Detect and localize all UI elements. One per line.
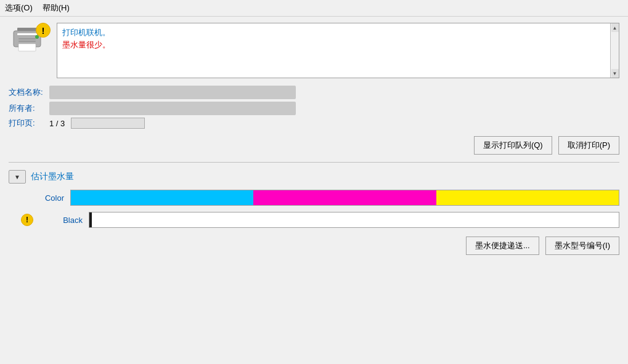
main-container: ! 打印机联机。 墨水量很少。 ▲ ▼ 文档名称: 所有者: 打印页: 1 / … bbox=[0, 17, 628, 261]
ink-title: 估计墨水量 bbox=[31, 171, 74, 182]
svg-rect-2 bbox=[17, 33, 37, 35]
cyan-segment bbox=[71, 190, 253, 205]
status-line2: 墨水量很少。 bbox=[62, 39, 614, 51]
scroll-down-arrow[interactable]: ▼ bbox=[611, 69, 619, 78]
yellow-segment bbox=[436, 190, 619, 205]
page-label: 打印页: bbox=[9, 118, 46, 129]
ink-rows: Color ! Black bbox=[21, 190, 619, 228]
dropdown-icon: ▼ bbox=[14, 174, 20, 180]
color-ink-label: Color bbox=[21, 193, 64, 203]
scroll-up-arrow[interactable]: ▲ bbox=[611, 23, 619, 32]
status-line1: 打印机联机。 bbox=[62, 27, 614, 38]
bottom-buttons-row: 墨水便捷递送... 墨水型号编号(I) bbox=[9, 237, 619, 255]
black-ink-label: Black bbox=[39, 216, 83, 225]
page-row: 打印页: 1 / 3 bbox=[9, 118, 619, 129]
color-ink-bar bbox=[70, 190, 619, 206]
svg-rect-0 bbox=[17, 28, 37, 31]
printer-icon-wrap: ! bbox=[9, 23, 51, 65]
doc-name-label: 文档名称: bbox=[9, 87, 46, 98]
info-section: 文档名称: 所有者: 打印页: 1 / 3 bbox=[9, 86, 619, 129]
color-ink-row: Color bbox=[21, 190, 619, 206]
page-progress-bar bbox=[71, 118, 145, 129]
svg-rect-5 bbox=[18, 38, 36, 39]
doc-name-row: 文档名称: bbox=[9, 86, 619, 99]
black-ink-fill bbox=[89, 212, 92, 227]
warning-badge: ! bbox=[36, 23, 51, 38]
menu-options[interactable]: 选项(O) bbox=[5, 2, 33, 14]
divider bbox=[9, 162, 619, 163]
magenta-segment bbox=[253, 190, 436, 205]
ink-header: ▼ 估计墨水量 bbox=[9, 170, 619, 184]
show-queue-button[interactable]: 显示打印队列(Q) bbox=[474, 136, 552, 155]
status-textbox: 打印机联机。 墨水量很少。 ▲ ▼ bbox=[57, 23, 619, 78]
black-ink-bar bbox=[89, 212, 619, 228]
cancel-print-button[interactable]: 取消打印(P) bbox=[558, 136, 619, 155]
page-value: 1 / 3 bbox=[49, 119, 65, 128]
doc-name-value bbox=[49, 86, 296, 99]
owner-label: 所有者: bbox=[9, 103, 46, 114]
scrollbar[interactable]: ▲ ▼ bbox=[610, 23, 619, 78]
status-section: ! 打印机联机。 墨水量很少。 ▲ ▼ bbox=[9, 23, 619, 78]
owner-row: 所有者: bbox=[9, 102, 619, 115]
ink-section: ▼ 估计墨水量 Color ! B bbox=[9, 170, 619, 228]
ink-model-button[interactable]: 墨水型号编号(I) bbox=[545, 237, 619, 255]
menu-help[interactable]: 帮助(H) bbox=[43, 2, 70, 14]
menu-bar: 选项(O) 帮助(H) bbox=[0, 0, 628, 17]
black-ink-row: ! Black bbox=[21, 212, 619, 228]
black-warning-badge: ! bbox=[21, 214, 33, 226]
svg-rect-3 bbox=[18, 44, 36, 51]
ink-dropdown-button[interactable]: ▼ bbox=[9, 170, 26, 184]
action-buttons-row: 显示打印队列(Q) 取消打印(P) bbox=[9, 136, 619, 155]
color-ink-fill bbox=[71, 190, 619, 205]
ink-delivery-button[interactable]: 墨水便捷递送... bbox=[466, 237, 539, 255]
svg-rect-6 bbox=[18, 41, 36, 42]
owner-value bbox=[49, 102, 296, 115]
